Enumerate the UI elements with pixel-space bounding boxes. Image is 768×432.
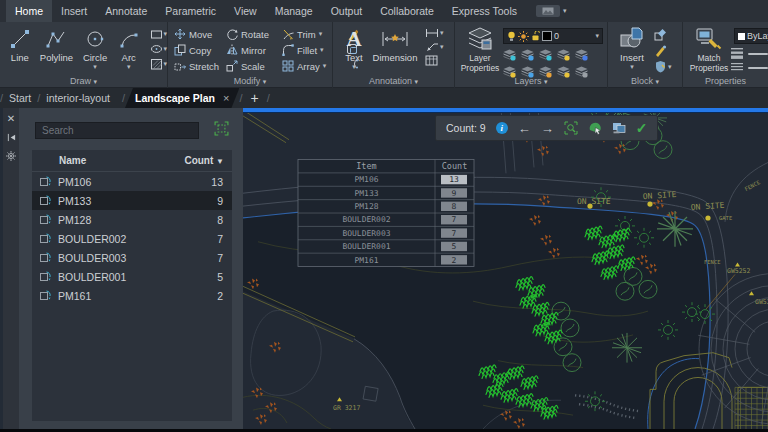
layer-tool-icon[interactable]	[503, 48, 516, 61]
autocad-window: HomeInsertAnnotateParametricViewManageOu…	[0, 0, 768, 432]
layer-tool-icon[interactable]	[557, 48, 570, 61]
match-properties-button[interactable]: Match Properties	[687, 22, 731, 73]
object-color-select[interactable]: ByLayer	[734, 28, 768, 44]
menu-tab-view[interactable]: View	[225, 0, 266, 22]
menu-tab-insert[interactable]: Insert	[52, 0, 96, 22]
list-item-boulder002[interactable]: BOULDER002 7	[32, 229, 232, 248]
dimension-button[interactable]: Dimension	[369, 22, 421, 63]
panel-label-modify[interactable]: Modify ▾	[168, 75, 332, 88]
ribbon-options-button[interactable]: ▾	[536, 5, 567, 17]
layer-color-swatch	[542, 31, 552, 41]
panel-label-draw[interactable]: Draw ▾	[0, 75, 167, 88]
menu-tab-parametric[interactable]: Parametric	[156, 0, 225, 22]
drawing-label: GW52	[755, 298, 768, 306]
menu-tab-express-tools[interactable]: Express Tools	[443, 0, 526, 22]
panel-label-layers[interactable]: Layers ▾	[455, 75, 607, 88]
block-reference-icon	[39, 270, 53, 283]
new-tab-button[interactable]: +	[242, 90, 266, 106]
hatch-button[interactable]: ▾	[150, 58, 168, 70]
stretch-button[interactable]: Stretch	[174, 58, 226, 74]
panel-label-annotation[interactable]: Annotation ▾	[333, 75, 454, 88]
text-icon: A	[346, 26, 361, 52]
scale-button[interactable]: Scale	[226, 58, 282, 74]
line-button[interactable]: Line	[5, 22, 35, 63]
insert-count-table-icon[interactable]	[612, 121, 626, 135]
layer-properties-icon	[467, 26, 493, 52]
layer-thaw-icon	[518, 31, 529, 42]
edit-attributes-icon	[654, 44, 667, 57]
panel-label-properties[interactable]: Properties	[683, 75, 768, 88]
layer-tool-icon[interactable]	[521, 48, 534, 61]
item-name: PM106	[58, 176, 211, 188]
close-icon[interactable]: ✕	[7, 113, 15, 124]
list-item-pm128[interactable]: PM128 8	[32, 210, 232, 229]
linear-dimension-icon	[425, 28, 439, 38]
copy-button[interactable]: Copy	[174, 42, 226, 58]
panel-modify: MoveCopyStretchRotateMirrorScaleTrim▾Fil…	[168, 22, 333, 88]
list-item-pm133[interactable]: PM133 9	[32, 191, 232, 210]
polyline-button[interactable]: Polyline	[35, 22, 79, 63]
column-count[interactable]: Count ▼	[184, 155, 232, 166]
layer-tool-icon[interactable]	[539, 48, 552, 61]
file-tab-start[interactable]: Start	[3, 88, 37, 108]
layer-properties-button[interactable]: Layer Properties	[459, 22, 501, 73]
linetype-select[interactable]	[731, 63, 768, 72]
match-properties-icon	[696, 26, 722, 52]
color-swatch	[738, 33, 745, 40]
menu-tab-annotate[interactable]: Annotate	[96, 0, 156, 22]
auto-hide-icon[interactable]	[7, 133, 16, 142]
insert-button[interactable]: Insert ▾	[614, 22, 650, 70]
ellipse-button[interactable]: ▾	[150, 43, 168, 55]
rectangle-button[interactable]: ▾	[150, 28, 168, 40]
block-reference-icon	[39, 289, 53, 302]
finish-count-icon[interactable]: ✓	[636, 121, 648, 135]
palette-body: Name Count ▼ PM106 13 PM133 9 PM128 8 BO…	[19, 108, 243, 429]
table-button[interactable]	[425, 55, 444, 66]
circle-button[interactable]: Circle▾	[78, 22, 112, 70]
leader-button[interactable]: ▾	[425, 41, 444, 52]
list-item-boulder003[interactable]: BOULDER003 7	[32, 248, 232, 267]
file-tab-landscape-plan[interactable]: Landscape Plan ×	[125, 88, 239, 108]
count-mode-indicator	[243, 108, 768, 113]
block-edit-button[interactable]	[654, 28, 672, 41]
edit-attributes-button[interactable]	[654, 44, 672, 57]
zoom-to-selection-icon[interactable]	[564, 121, 578, 135]
column-name[interactable]: Name	[32, 155, 184, 166]
list-item-pm161[interactable]: PM161 2	[32, 286, 232, 305]
lineweight-select[interactable]	[731, 48, 768, 59]
rotate-button[interactable]: Rotate	[226, 26, 282, 42]
search-input[interactable]	[35, 122, 199, 139]
file-tab-interior-layout[interactable]: interior-layout	[40, 88, 116, 108]
drawing-canvas[interactable]: ON SITEON SITEON SITEGATEFENCEFENCEGW525…	[243, 108, 768, 429]
copy-icon	[174, 44, 186, 56]
gear-icon[interactable]	[6, 151, 16, 161]
menu-tab-home[interactable]: Home	[6, 0, 52, 22]
select-objects-icon[interactable]	[214, 121, 229, 136]
mirror-button[interactable]: Mirror	[226, 42, 282, 58]
linear-dimension-button[interactable]: ▾	[425, 28, 444, 38]
list-header[interactable]: Name Count ▼	[32, 150, 232, 172]
previous-instance-button[interactable]: ←	[518, 122, 531, 135]
text-button[interactable]: A Text ▾	[339, 22, 369, 70]
table-cell-item: BOULDER001	[342, 242, 390, 251]
chevron-down-icon: ▾	[563, 8, 567, 14]
arc-button[interactable]: Arc▾	[112, 22, 146, 70]
menu-tab-manage[interactable]: Manage	[266, 0, 322, 22]
layer-tool-icon[interactable]	[575, 48, 588, 61]
layer-select[interactable]: 0 ▾	[503, 28, 603, 44]
list-item-boulder001[interactable]: BOULDER001 5	[32, 267, 232, 286]
next-instance-button[interactable]: →	[541, 122, 554, 135]
move-button[interactable]: Move	[174, 26, 226, 42]
block-authoring-button[interactable]: ▾	[654, 60, 672, 73]
info-icon[interactable]: i	[496, 122, 508, 134]
menu-tab-output[interactable]: Output	[322, 0, 372, 22]
ribbon: Line Polyline Circle▾ Arc▾▾▾▾ Draw ▾ Mov…	[0, 22, 768, 88]
panel-label-block[interactable]: Block ▾	[608, 75, 682, 88]
select-counted-icon[interactable]	[588, 121, 602, 135]
close-tab-icon[interactable]: ×	[223, 88, 229, 108]
table-cell-item: PM128	[354, 202, 378, 211]
list-item-pm106[interactable]: PM106 13	[32, 172, 232, 191]
table-header: Item	[356, 161, 376, 171]
block-edit-icon	[654, 28, 667, 41]
menu-tab-collaborate[interactable]: Collaborate	[371, 0, 443, 22]
